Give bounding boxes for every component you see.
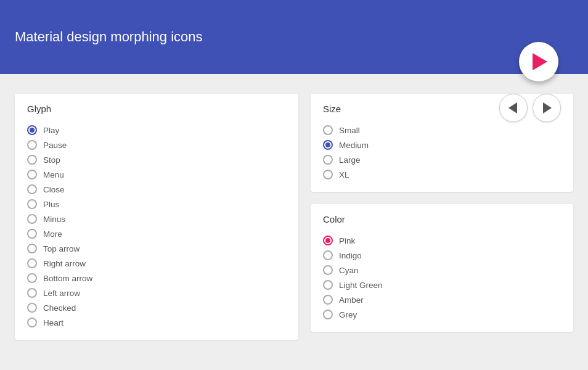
radio-circle [27, 273, 37, 283]
radio-circle [323, 170, 333, 179]
radio-circle [323, 250, 333, 260]
arrow-left-icon [508, 102, 517, 113]
list-item[interactable]: Pause [27, 138, 286, 152]
back-button[interactable] [499, 94, 528, 122]
list-item[interactable]: Minus [27, 212, 286, 226]
list-item[interactable]: Cyan [323, 263, 561, 278]
radio-circle [27, 140, 37, 150]
radio-label: Amber [339, 295, 364, 305]
radio-label: Medium [339, 141, 369, 150]
list-item[interactable]: Indigo [323, 248, 561, 263]
radio-label: Play [43, 126, 59, 135]
radio-label: Grey [339, 310, 357, 319]
list-item[interactable]: Heart [27, 315, 286, 330]
radio-label: Checked [43, 303, 76, 313]
list-item[interactable]: Amber [323, 292, 561, 307]
list-item[interactable]: Large [323, 152, 561, 167]
radio-circle [27, 214, 37, 224]
right-column: Size SmallMediumLargeXL Color PinkIndigo… [311, 94, 573, 340]
list-item[interactable]: Play [27, 123, 286, 138]
radio-label: Pink [339, 236, 355, 245]
radio-label: Right arrow [43, 259, 86, 268]
page-title: Material design morphing icons [15, 29, 203, 45]
list-item[interactable]: Top arrow [27, 241, 286, 256]
radio-label: XL [339, 170, 349, 179]
list-item[interactable]: Light Green [323, 278, 561, 292]
radio-label: Small [339, 126, 360, 135]
arrow-right-icon [543, 102, 552, 113]
radio-label: Left arrow [43, 289, 80, 298]
radio-label: Menu [43, 170, 64, 179]
radio-label: Close [43, 185, 65, 194]
list-item[interactable]: Bottom arrow [27, 271, 286, 286]
radio-circle [323, 140, 333, 150]
radio-circle [27, 155, 37, 165]
list-item[interactable]: Grey [323, 307, 561, 322]
play-button-wrapper [519, 42, 558, 81]
radio-circle [323, 280, 333, 290]
play-icon [533, 53, 547, 70]
radio-label: Cyan [339, 266, 359, 275]
size-options-list: SmallMediumLargeXL [323, 123, 561, 182]
radio-circle [27, 258, 37, 268]
radio-label: Bottom arrow [43, 274, 92, 283]
radio-label: Pause [43, 141, 67, 150]
list-item[interactable]: Right arrow [27, 256, 286, 271]
radio-circle [27, 199, 37, 209]
radio-label: Large [339, 155, 361, 165]
play-button[interactable] [519, 42, 558, 81]
radio-circle [27, 288, 37, 298]
radio-label: Plus [43, 200, 59, 209]
radio-label: Indigo [339, 251, 362, 260]
list-item[interactable]: XL [323, 167, 561, 182]
radio-circle [323, 236, 333, 245]
radio-circle [27, 229, 37, 239]
list-item[interactable]: More [27, 226, 286, 241]
color-card: Color PinkIndigoCyanLight GreenAmberGrey [311, 204, 573, 332]
radio-circle [323, 295, 333, 305]
color-card-title: Color [323, 214, 561, 224]
radio-label: Minus [43, 215, 65, 224]
radio-circle [27, 184, 37, 194]
radio-circle [323, 125, 333, 135]
nav-buttons [499, 94, 561, 122]
radio-label: Top arrow [43, 244, 80, 253]
list-item[interactable]: Medium [323, 138, 561, 152]
glyph-options-list: PlayPauseStopMenuClosePlusMinusMoreTop a… [27, 123, 286, 330]
list-item[interactable]: Close [27, 182, 286, 197]
radio-circle [323, 310, 333, 319]
radio-dot [325, 238, 330, 243]
radio-circle [323, 265, 333, 275]
glyph-card-title: Glyph [27, 104, 286, 114]
radio-dot [325, 142, 330, 147]
radio-label: Stop [43, 155, 60, 165]
radio-circle [27, 303, 37, 313]
list-item[interactable]: Small [323, 123, 561, 138]
radio-circle [27, 125, 37, 135]
radio-label: Light Green [339, 281, 383, 290]
list-item[interactable]: Left arrow [27, 286, 286, 300]
list-item[interactable]: Stop [27, 152, 286, 167]
radio-circle [323, 155, 333, 165]
glyph-card: Glyph PlayPauseStopMenuClosePlusMinusMor… [15, 94, 298, 340]
radio-dot [30, 128, 35, 133]
color-options-list: PinkIndigoCyanLight GreenAmberGrey [323, 233, 561, 322]
list-item[interactable]: Menu [27, 167, 286, 182]
list-item[interactable]: Plus [27, 197, 286, 212]
radio-circle [27, 244, 37, 253]
radio-label: Heart [43, 318, 63, 327]
radio-circle [27, 170, 37, 179]
app-header: Material design morphing icons [0, 0, 588, 74]
radio-circle [27, 318, 37, 327]
radio-label: More [43, 229, 62, 239]
forward-button[interactable] [533, 94, 561, 122]
list-item[interactable]: Pink [323, 233, 561, 248]
list-item[interactable]: Checked [27, 300, 286, 315]
